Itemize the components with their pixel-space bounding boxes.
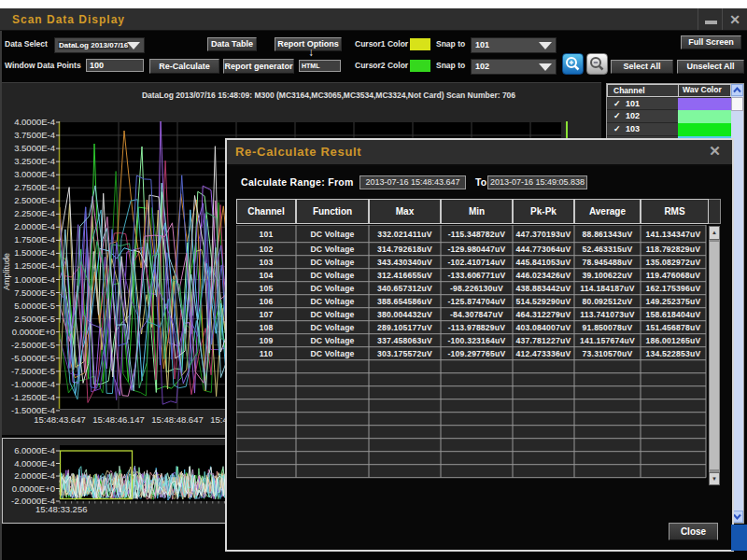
svg-text:DC Voltage: DC Voltage (310, 336, 354, 345)
svg-text:388.654586uV: 388.654586uV (377, 297, 432, 306)
svg-text:340.657312uV: 340.657312uV (377, 284, 432, 293)
svg-text:2.0000E-4: 2.0000E-4 (14, 221, 55, 231)
svg-text:134.522853uV: 134.522853uV (646, 349, 701, 358)
svg-text:107: 107 (260, 310, 274, 319)
svg-text:118.792829uV: 118.792829uV (646, 245, 700, 254)
svg-text:-113.978829uV: -113.978829uV (448, 323, 505, 332)
svg-text:312.416655uV: 312.416655uV (377, 271, 432, 280)
svg-text:-98.226130uV: -98.226130uV (450, 284, 503, 293)
svg-text:4.0000E-4: 4.0000E-4 (14, 117, 55, 127)
svg-text:7.5000E-5: 7.5000E-5 (14, 287, 55, 298)
svg-text:1.2500E-4: 1.2500E-4 (14, 260, 55, 271)
svg-text:445.841053uV: 445.841053uV (516, 258, 571, 267)
svg-text:-115.348782uV: -115.348782uV (448, 230, 505, 239)
svg-text:1.7500E-4: 1.7500E-4 (14, 234, 55, 245)
svg-text:DC Voltage: DC Voltage (310, 323, 354, 332)
svg-text:106: 106 (260, 297, 274, 306)
svg-text:91.850078uV: 91.850078uV (583, 323, 633, 332)
svg-text:444.773064uV: 444.773064uV (516, 245, 571, 254)
svg-text:-5.0000E-5: -5.0000E-5 (11, 353, 55, 363)
svg-text:101: 101 (260, 230, 274, 239)
svg-text:-129.980447uV: -129.980447uV (448, 245, 506, 254)
svg-text:2.5000E-5: 2.5000E-5 (14, 314, 55, 324)
svg-text:3.2500E-4: 3.2500E-4 (14, 156, 55, 166)
svg-text:88.861343uV: 88.861343uV (583, 230, 633, 239)
svg-text:412.473336uV: 412.473336uV (516, 349, 571, 358)
svg-text:DC Voltage: DC Voltage (310, 271, 354, 280)
svg-text:15:48:33.256: 15:48:33.256 (35, 504, 87, 514)
svg-text:78.945488uV: 78.945488uV (583, 258, 633, 267)
svg-text:-125.874704uV: -125.874704uV (448, 297, 506, 306)
svg-text:3.5000E-4: 3.5000E-4 (14, 143, 55, 153)
svg-text:DC Voltage: DC Voltage (310, 258, 354, 267)
svg-text:52.463315uV: 52.463315uV (583, 245, 633, 254)
svg-text:303.175572uV: 303.175572uV (377, 349, 432, 358)
svg-text:141.157674uV: 141.157674uV (580, 336, 635, 345)
svg-text:343.430340uV: 343.430340uV (377, 258, 432, 267)
svg-text:437.781227uV: 437.781227uV (516, 336, 571, 345)
svg-text:464.312279uV: 464.312279uV (516, 310, 571, 319)
svg-text:5.0000E-5: 5.0000E-5 (14, 301, 55, 311)
svg-text:113.741073uV: 113.741073uV (580, 310, 634, 319)
svg-text:403.084007uV: 403.084007uV (516, 323, 571, 332)
svg-text:DC Voltage: DC Voltage (310, 349, 354, 358)
svg-text:3.7500E-4: 3.7500E-4 (14, 130, 55, 140)
svg-text:110: 110 (260, 349, 273, 358)
svg-text:114.184187uV: 114.184187uV (580, 284, 634, 293)
svg-text:314.792618uV: 314.792618uV (377, 245, 432, 254)
svg-text:289.105177uV: 289.105177uV (377, 323, 432, 332)
svg-text:514.529290uV: 514.529290uV (516, 297, 571, 306)
svg-text:103: 103 (260, 258, 274, 267)
svg-text:2.5000E-4: 2.5000E-4 (14, 195, 55, 205)
svg-text:DC Voltage: DC Voltage (310, 284, 354, 293)
svg-text:149.252375uV: 149.252375uV (646, 297, 701, 306)
svg-text:-109.297765uV: -109.297765uV (448, 349, 506, 358)
svg-text:158.618404uV: 158.618404uV (646, 310, 701, 319)
svg-text:108: 108 (260, 323, 274, 332)
svg-text:Amplitude: Amplitude (2, 253, 11, 290)
svg-text:15:48:43.647: 15:48:43.647 (34, 414, 85, 425)
svg-text:332.021411uV: 332.021411uV (377, 230, 431, 239)
svg-text:135.082972uV: 135.082972uV (646, 258, 701, 267)
svg-text:73.310570uV: 73.310570uV (583, 349, 633, 358)
svg-text:104: 104 (260, 271, 274, 280)
svg-text:380.004432uV: 380.004432uV (377, 310, 432, 319)
svg-text:1.5000E-4: 1.5000E-4 (14, 247, 55, 258)
svg-text:15:48:48.647: 15:48:48.647 (151, 414, 203, 425)
svg-text:4.0000E-4: 4.0000E-4 (14, 458, 55, 469)
svg-text:2.2500E-4: 2.2500E-4 (14, 208, 55, 218)
svg-text:186.001265uV: 186.001265uV (646, 336, 701, 345)
svg-text:0.0000E+0: 0.0000E+0 (12, 327, 55, 337)
svg-text:2.0000E-4: 2.0000E-4 (14, 470, 55, 481)
svg-text:337.458063uV: 337.458063uV (377, 336, 432, 345)
svg-text:109: 109 (260, 336, 274, 345)
svg-text:0.0000E+0: 0.0000E+0 (12, 483, 55, 494)
svg-text:39.100622uV: 39.100622uV (583, 271, 633, 280)
svg-text:162.175396uV: 162.175396uV (646, 284, 701, 293)
svg-text:-100.323164uV: -100.323164uV (448, 336, 506, 345)
svg-text:DC Voltage: DC Voltage (310, 230, 354, 239)
svg-text:-1.2500E-4: -1.2500E-4 (11, 392, 55, 402)
svg-text:102: 102 (260, 245, 274, 254)
svg-text:446.023426uV: 446.023426uV (516, 271, 571, 280)
svg-text:438.883442uV: 438.883442uV (516, 284, 571, 293)
svg-text:-133.606771uV: -133.606771uV (448, 271, 506, 280)
svg-text:6.0000E-4: 6.0000E-4 (14, 445, 55, 455)
svg-text:-84.307847uV: -84.307847uV (450, 310, 503, 319)
svg-text:141.134347uV: 141.134347uV (646, 230, 701, 239)
svg-text:1.0000E-4: 1.0000E-4 (14, 274, 55, 285)
svg-text:DataLog 2013/07/16 15:48:09: M: DataLog 2013/07/16 15:48:09: M300 (MC316… (142, 91, 515, 100)
svg-text:15:48:46.147: 15:48:46.147 (92, 414, 144, 425)
svg-text:80.092512uV: 80.092512uV (583, 297, 633, 306)
svg-text:DC Voltage: DC Voltage (310, 245, 354, 254)
svg-text:-1.0000E-4: -1.0000E-4 (11, 379, 55, 389)
svg-text:119.476068uV: 119.476068uV (646, 271, 700, 280)
svg-text:-102.410714uV: -102.410714uV (448, 258, 506, 267)
svg-text:2.7500E-4: 2.7500E-4 (14, 182, 55, 192)
svg-text:-2.5000E-5: -2.5000E-5 (11, 340, 55, 350)
svg-text:151.456878uV: 151.456878uV (646, 323, 701, 332)
svg-text:DC Voltage: DC Voltage (310, 297, 354, 306)
svg-text:-7.5000E-5: -7.5000E-5 (11, 366, 55, 376)
svg-text:3.0000E-4: 3.0000E-4 (14, 169, 55, 179)
svg-text:447.370193uV: 447.370193uV (516, 230, 571, 239)
